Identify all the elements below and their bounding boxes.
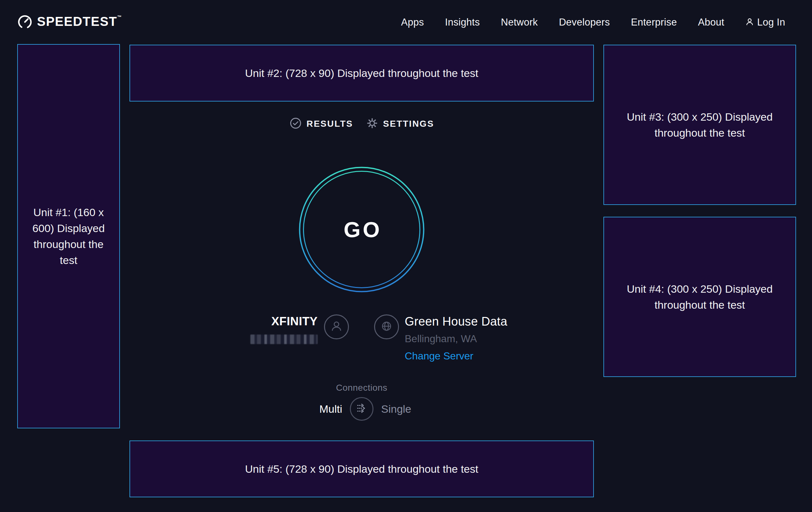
connections-label: Connections <box>336 383 387 393</box>
change-server-link[interactable]: Change Server <box>405 350 473 362</box>
ad-unit-2[interactable]: Unit #2: (728 x 90) Displayed throughout… <box>129 45 594 102</box>
ad-unit-2-label: Unit #2: (728 x 90) Displayed throughout… <box>245 65 478 81</box>
ad-unit-4[interactable]: Unit #4: (300 x 250) Displayed throughou… <box>603 217 796 377</box>
connections-toggle-row: Multi Single <box>291 397 432 421</box>
speedtest-logo[interactable]: SPEEDTEST™ <box>17 14 122 31</box>
multi-label[interactable]: Multi <box>291 403 342 415</box>
app-root: { "colors": { "bg": "#10121f", "ad_bg": … <box>0 0 812 512</box>
isp-name: XFINITY <box>250 315 318 328</box>
ad-unit-1-label: Unit #1: (160 x 600) Displayed throughou… <box>26 204 111 268</box>
gear-icon <box>366 117 379 131</box>
ad-unit-3-label: Unit #3: (300 x 250) Displayed throughou… <box>617 109 783 141</box>
connections-toggle[interactable] <box>350 397 374 421</box>
ad-unit-1[interactable]: Unit #1: (160 x 600) Displayed throughou… <box>17 44 120 428</box>
gauge-icon <box>17 14 32 31</box>
check-circle-icon <box>289 117 302 131</box>
login-label: Log In <box>757 17 785 28</box>
ad-unit-3[interactable]: Unit #3: (300 x 250) Displayed throughou… <box>603 45 796 205</box>
server-block: Green House Data Bellingham, WA Change S… <box>374 315 508 362</box>
nav-item-developers[interactable]: Developers <box>559 17 610 28</box>
login-person-icon <box>745 18 754 27</box>
view-tabs: RESULTS SETTINGS <box>289 117 434 131</box>
main-nav: Apps Insights Network Developers Enterpr… <box>401 17 785 28</box>
trademark: ™ <box>117 15 122 20</box>
tab-results[interactable]: RESULTS <box>289 117 353 131</box>
avatar-circle <box>324 315 349 339</box>
nav-item-enterprise[interactable]: Enterprise <box>631 17 677 28</box>
multi-arrows-icon <box>355 401 369 416</box>
server-name: Green House Data <box>405 315 508 328</box>
isp-block: XFINITY <box>250 315 349 344</box>
go-button[interactable]: GO <box>299 167 425 292</box>
ad-unit-4-label: Unit #4: (300 x 250) Displayed throughou… <box>617 281 783 313</box>
tab-settings-label: SETTINGS <box>383 119 434 129</box>
login-button[interactable]: Log In <box>745 17 785 28</box>
tab-settings[interactable]: SETTINGS <box>366 117 434 131</box>
header: SPEEDTEST™ Apps Insights Network Develop… <box>0 0 812 45</box>
globe-icon <box>379 319 394 335</box>
ad-unit-5[interactable]: Unit #5: (728 x 90) Displayed throughout… <box>129 440 594 497</box>
globe-circle <box>374 315 399 339</box>
nav-item-about[interactable]: About <box>698 17 724 28</box>
brand-name: SPEEDTEST™ <box>37 14 122 29</box>
go-label: GO <box>299 167 425 292</box>
redacted-ip <box>250 334 318 344</box>
tab-results-label: RESULTS <box>307 119 353 129</box>
nav-item-insights[interactable]: Insights <box>445 17 480 28</box>
ad-unit-5-label: Unit #5: (728 x 90) Displayed throughout… <box>245 461 478 477</box>
nav-item-apps[interactable]: Apps <box>401 17 424 28</box>
avatar-icon <box>329 319 344 335</box>
single-label[interactable]: Single <box>381 403 432 415</box>
server-location: Bellingham, WA <box>405 333 508 344</box>
nav-item-network[interactable]: Network <box>501 17 538 28</box>
